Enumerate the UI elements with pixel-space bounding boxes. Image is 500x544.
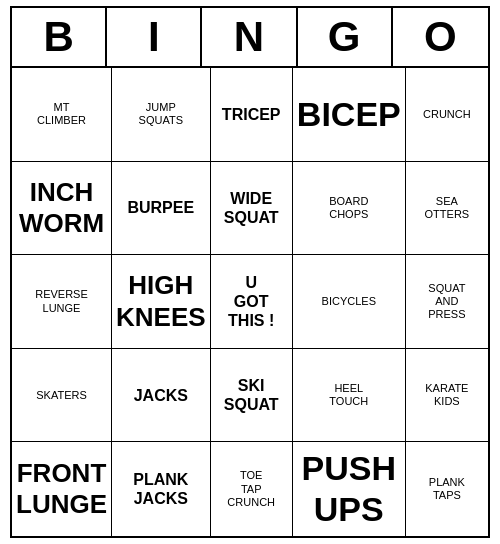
bingo-cell[interactable]: PLANKTAPS bbox=[406, 442, 488, 536]
bingo-cell[interactable]: INCHWORM bbox=[12, 162, 112, 256]
bingo-cell[interactable]: HIGHKNEES bbox=[112, 255, 211, 349]
cell-text: SKISQUAT bbox=[224, 376, 279, 414]
bingo-cell[interactable]: FRONTLUNGE bbox=[12, 442, 112, 536]
cell-text: UGOTTHIS ! bbox=[228, 273, 274, 331]
bingo-cell[interactable]: SKISQUAT bbox=[211, 349, 293, 443]
bingo-cell[interactable]: UGOTTHIS ! bbox=[211, 255, 293, 349]
bingo-cell[interactable]: SEAOTTERS bbox=[406, 162, 488, 256]
header-letter: G bbox=[298, 8, 393, 66]
cell-text: REVERSELUNGE bbox=[35, 288, 88, 314]
bingo-cell[interactable]: HEELTOUCH bbox=[293, 349, 406, 443]
cell-text: JUMPSQUATS bbox=[139, 101, 183, 127]
bingo-cell[interactable]: KARATEKIDS bbox=[406, 349, 488, 443]
cell-text: BICEP bbox=[297, 94, 401, 135]
bingo-cell[interactable]: WIDESQUAT bbox=[211, 162, 293, 256]
header-letter: I bbox=[107, 8, 202, 66]
bingo-cell[interactable]: CRUNCH bbox=[406, 68, 488, 162]
cell-text: TRICEP bbox=[222, 105, 281, 124]
cell-text: TOETAPCRUNCH bbox=[227, 469, 275, 509]
bingo-cell[interactable]: TRICEP bbox=[211, 68, 293, 162]
bingo-cell[interactable]: SKATERS bbox=[12, 349, 112, 443]
cell-text: BURPEE bbox=[127, 198, 194, 217]
header-letter: B bbox=[12, 8, 107, 66]
cell-text: INCHWORM bbox=[19, 177, 104, 239]
bingo-header: BINGO bbox=[12, 8, 488, 68]
cell-text: KARATEKIDS bbox=[425, 382, 468, 408]
cell-text: SEAOTTERS bbox=[425, 195, 470, 221]
cell-text: CRUNCH bbox=[423, 108, 471, 121]
cell-text: PUSHUPS bbox=[302, 448, 396, 530]
bingo-cell[interactable]: BICEP bbox=[293, 68, 406, 162]
cell-text: BICYCLES bbox=[322, 295, 376, 308]
cell-text: JACKS bbox=[134, 386, 188, 405]
header-letter: N bbox=[202, 8, 297, 66]
bingo-cell[interactable]: SQUATANDPRESS bbox=[406, 255, 488, 349]
bingo-cell[interactable]: MTCLIMBER bbox=[12, 68, 112, 162]
cell-text: HEELTOUCH bbox=[329, 382, 368, 408]
cell-text: SKATERS bbox=[36, 389, 87, 402]
bingo-card: BINGO MTCLIMBERJUMPSQUATSTRICEPBICEPCRUN… bbox=[10, 6, 490, 538]
cell-text: MTCLIMBER bbox=[37, 101, 86, 127]
cell-text: FRONTLUNGE bbox=[16, 458, 107, 520]
cell-text: WIDESQUAT bbox=[224, 189, 279, 227]
cell-text: BOARDCHOPS bbox=[329, 195, 368, 221]
bingo-grid: MTCLIMBERJUMPSQUATSTRICEPBICEPCRUNCHINCH… bbox=[12, 68, 488, 536]
cell-text: SQUATANDPRESS bbox=[428, 282, 465, 322]
cell-text: PLANKJACKS bbox=[133, 470, 188, 508]
bingo-cell[interactable]: BOARDCHOPS bbox=[293, 162, 406, 256]
bingo-cell[interactable]: PLANKJACKS bbox=[112, 442, 211, 536]
bingo-cell[interactable]: BICYCLES bbox=[293, 255, 406, 349]
header-letter: O bbox=[393, 8, 488, 66]
bingo-cell[interactable]: REVERSELUNGE bbox=[12, 255, 112, 349]
bingo-cell[interactable]: PUSHUPS bbox=[293, 442, 406, 536]
bingo-cell[interactable]: JUMPSQUATS bbox=[112, 68, 211, 162]
cell-text: HIGHKNEES bbox=[116, 270, 206, 332]
bingo-cell[interactable]: TOETAPCRUNCH bbox=[211, 442, 293, 536]
bingo-cell[interactable]: JACKS bbox=[112, 349, 211, 443]
cell-text: PLANKTAPS bbox=[429, 476, 465, 502]
bingo-cell[interactable]: BURPEE bbox=[112, 162, 211, 256]
